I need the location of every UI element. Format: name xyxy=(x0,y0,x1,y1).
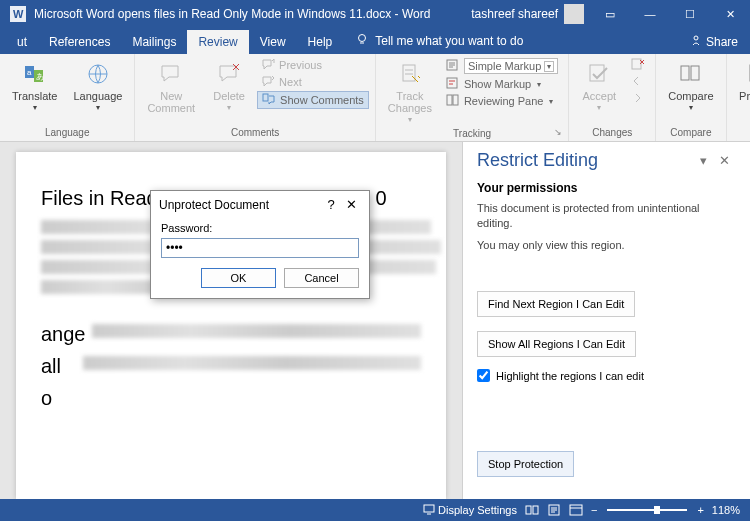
find-next-region-button[interactable]: Find Next Region I Can Edit xyxy=(477,291,635,317)
cancel-button[interactable]: Cancel xyxy=(284,268,359,288)
status-bar: Display Settings − + 118% xyxy=(0,499,750,521)
svg-rect-21 xyxy=(424,505,434,512)
svg-rect-13 xyxy=(447,95,452,105)
signed-in-user[interactable]: tashreef shareef xyxy=(465,4,590,24)
pane-options-button[interactable]: ▾ xyxy=(694,153,713,168)
next-comment-button[interactable]: Next xyxy=(257,74,369,90)
ok-button[interactable]: OK xyxy=(201,268,276,288)
svg-point-2 xyxy=(359,35,366,42)
display-settings-button[interactable]: Display Settings xyxy=(419,503,521,517)
group-comments: New Comment Delete ▾ Previous Next Show xyxy=(135,54,375,141)
next-change-button[interactable] xyxy=(627,91,649,107)
reviewing-pane-button[interactable]: Reviewing Pane ▾ xyxy=(442,93,562,109)
show-comments-icon xyxy=(262,93,276,107)
dialog-title: Unprotect Document xyxy=(159,198,269,212)
previous-comment-button[interactable]: Previous xyxy=(257,57,369,73)
dialog-close-button[interactable]: ✕ xyxy=(341,197,361,212)
accept-icon xyxy=(585,60,613,88)
ribbon-tabs: ut References Mailings Review View Help … xyxy=(0,28,750,54)
display-settings-icon xyxy=(423,503,435,517)
svg-rect-10 xyxy=(403,65,415,81)
next-icon xyxy=(261,75,275,89)
group-label-changes: Changes xyxy=(575,127,649,141)
translate-button[interactable]: aあ Translate ▾ xyxy=(6,57,63,116)
read-mode-view-button[interactable] xyxy=(521,504,543,516)
group-tracking: Track Changes ▾ Simple Markup▾ Show Mark… xyxy=(376,54,569,141)
tab-review[interactable]: Review xyxy=(187,30,248,54)
ribbon-display-options-button[interactable]: ▭ xyxy=(590,0,630,28)
tab-mailings[interactable]: Mailings xyxy=(121,30,187,54)
tab-help[interactable]: Help xyxy=(297,30,344,54)
track-changes-button[interactable]: Track Changes ▾ xyxy=(382,57,438,128)
protect-button[interactable]: Protect ▾ xyxy=(733,57,750,116)
group-label-comments: Comments xyxy=(141,127,368,141)
svg-point-3 xyxy=(694,36,698,40)
group-changes: Accept ▾ Changes xyxy=(569,54,656,141)
highlight-regions-checkbox[interactable]: Highlight the regions I can edit xyxy=(477,369,736,382)
svg-rect-23 xyxy=(533,506,538,514)
markup-mode-dropdown[interactable]: Simple Markup▾ xyxy=(442,57,562,75)
stop-protection-button[interactable]: Stop Protection xyxy=(477,451,574,477)
zoom-out-button[interactable]: − xyxy=(587,504,601,516)
maximize-window-button[interactable]: ☐ xyxy=(670,0,710,28)
close-window-button[interactable]: ✕ xyxy=(710,0,750,28)
prev-change-icon xyxy=(631,75,645,89)
zoom-in-button[interactable]: + xyxy=(693,504,707,516)
new-comment-button[interactable]: New Comment xyxy=(141,57,201,117)
language-button[interactable]: Language ▾ xyxy=(67,57,128,116)
svg-text:W: W xyxy=(13,8,24,20)
compare-icon xyxy=(677,60,705,88)
user-avatar xyxy=(564,4,584,24)
title-bar: W Microsoft Word opens files in Read Onl… xyxy=(0,0,750,28)
reject-icon xyxy=(631,58,645,72)
tab-view[interactable]: View xyxy=(249,30,297,54)
highlight-checkbox-input[interactable] xyxy=(477,369,490,382)
restrict-editing-pane: Restrict Editing ▾ ✕ Your permissions Th… xyxy=(462,142,750,499)
pane-description-1: This document is protected from unintent… xyxy=(477,201,736,232)
doc-text-fragment: ange xyxy=(41,318,86,350)
svg-rect-12 xyxy=(447,78,457,88)
new-comment-icon xyxy=(157,60,185,88)
tell-me-search[interactable]: Tell me what you want to do xyxy=(347,27,531,54)
accept-button[interactable]: Accept ▾ xyxy=(575,57,623,116)
delete-comment-button[interactable]: Delete ▾ xyxy=(205,57,253,116)
pane-close-button[interactable]: ✕ xyxy=(713,153,736,168)
show-comments-button[interactable]: Show Comments xyxy=(257,91,369,109)
doc-text-fragment: all o xyxy=(41,350,77,414)
group-label-language: Language xyxy=(6,127,128,141)
doc-text-fragment: 0 xyxy=(376,182,387,214)
markup-mode-icon xyxy=(446,59,460,73)
svg-text:a: a xyxy=(27,68,32,77)
show-all-regions-button[interactable]: Show All Regions I Can Edit xyxy=(477,331,636,357)
show-markup-button[interactable]: Show Markup ▾ xyxy=(442,76,562,92)
ribbon-content: aあ Translate ▾ Language ▾ Language New C… xyxy=(0,54,750,142)
protect-icon xyxy=(743,60,750,88)
svg-rect-22 xyxy=(526,506,531,514)
group-protect: Protect ▾ xyxy=(727,54,750,141)
unprotect-document-dialog: Unprotect Document ? ✕ Password: OK Canc… xyxy=(150,190,370,299)
print-layout-view-button[interactable] xyxy=(543,504,565,516)
group-label-tracking: Tracking xyxy=(382,128,562,142)
tab-references[interactable]: References xyxy=(38,30,121,54)
svg-text:あ: あ xyxy=(36,72,44,81)
zoom-level-button[interactable]: 118% xyxy=(708,504,744,516)
previous-change-button[interactable] xyxy=(627,74,649,90)
compare-button[interactable]: Compare ▾ xyxy=(662,57,719,116)
dialog-help-button[interactable]: ? xyxy=(321,197,341,212)
tab-truncated[interactable]: ut xyxy=(6,30,38,54)
web-layout-view-button[interactable] xyxy=(565,504,587,516)
svg-rect-9 xyxy=(263,94,268,101)
pane-description-2: You may only view this region. xyxy=(477,238,736,253)
svg-rect-18 xyxy=(691,66,699,80)
minimize-window-button[interactable]: — xyxy=(630,0,670,28)
share-button[interactable]: Share xyxy=(678,29,750,54)
next-change-icon xyxy=(631,92,645,106)
reject-button[interactable] xyxy=(627,57,649,73)
group-label-protect xyxy=(733,127,750,141)
word-app-icon: W xyxy=(10,6,26,22)
password-input[interactable] xyxy=(161,238,359,258)
tracking-dialog-launcher[interactable]: ↘ xyxy=(554,127,566,139)
svg-rect-14 xyxy=(453,95,458,105)
zoom-slider[interactable] xyxy=(607,509,687,511)
delete-comment-icon xyxy=(215,60,243,88)
